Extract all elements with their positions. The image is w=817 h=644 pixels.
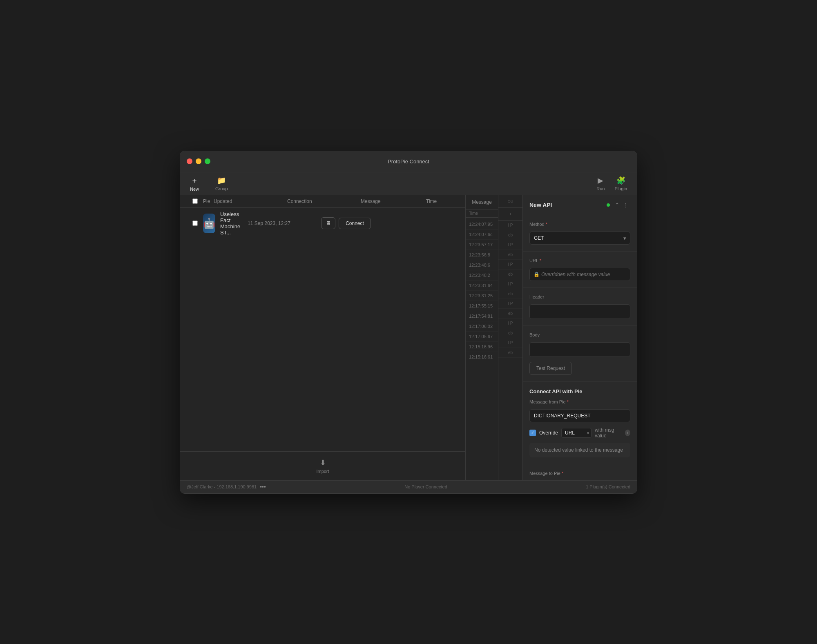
override-row: ✓ Override URL Header Body ▾ with msg va…: [529, 427, 630, 439]
table-row[interactable]: 🤖 Useless Fact Machine ST... 11 Sep 2023…: [180, 208, 465, 239]
new-button[interactable]: ＋ New: [187, 174, 202, 193]
side-col-item: eb: [498, 309, 522, 319]
connect-section-title: Connect API with Pie: [529, 388, 630, 394]
status-dot-active: [607, 203, 610, 207]
toolbar-right: ▶ Run 🧩 Plugin: [593, 174, 630, 193]
group-button[interactable]: 📁 Group: [212, 174, 231, 193]
side-col-item: l P: [498, 240, 522, 250]
message-column-header: Message: [361, 198, 426, 204]
app-window: ProtoPie Connect ＋ New 📁 Group ▶ Run 🧩 P…: [180, 151, 637, 494]
connection-column-header: Connection: [287, 198, 361, 204]
time-item: 12:23:31:25: [466, 291, 498, 301]
more-options-button[interactable]: ⋮: [621, 200, 630, 210]
import-area: ⬇ Import: [180, 451, 465, 480]
play-icon: ▶: [598, 176, 603, 185]
message-to-required: *: [562, 471, 563, 476]
override-select-wrapper: URL Header Body ▾: [561, 428, 592, 438]
api-panel: New API ⌃ ⋮ Method * GET POST PUT DELETE: [522, 195, 637, 480]
url-input[interactable]: [529, 268, 630, 281]
row-checkbox[interactable]: [192, 221, 198, 226]
message-header: Message: [466, 195, 498, 209]
time-item: 12:17:05:67: [466, 332, 498, 342]
header-input[interactable]: [529, 304, 630, 319]
side-col-item: eb: [498, 250, 522, 260]
message-to-section: Message to Pie *: [523, 464, 637, 480]
side-col-item: eb: [498, 348, 522, 358]
side-col-item: l P: [498, 221, 522, 230]
time-item: 12:23:57:17: [466, 240, 498, 250]
toolbar: ＋ New 📁 Group ▶ Run 🧩 Plugin: [180, 172, 637, 195]
pie-thumbnail: 🤖: [203, 214, 215, 233]
connect-button[interactable]: Connect: [339, 218, 371, 229]
run-button[interactable]: ▶ Run: [593, 174, 608, 193]
url-required: *: [540, 258, 541, 263]
lock-icon: 🔒: [534, 272, 540, 277]
override-label: Override: [539, 430, 558, 436]
connection-actions: 🖥 Connect: [321, 217, 395, 229]
time-item: 12:23:31:64: [466, 281, 498, 291]
maximize-button[interactable]: [205, 158, 210, 164]
time-header: Time: [466, 209, 498, 218]
side-col-item: l P: [498, 319, 522, 328]
time-list: 12:24:07:95 12:24:07:6c 12:23:57:17 12:2…: [466, 218, 498, 480]
side-col-item: eb: [498, 289, 522, 299]
time-item: 12:24:07:95: [466, 219, 498, 230]
message-time-panel: Message Time 12:24:07:95 12:24:07:6c 12:…: [465, 195, 498, 480]
side-col-item: l P: [498, 260, 522, 270]
header-section: Header: [523, 288, 637, 326]
close-button[interactable]: [187, 158, 192, 164]
time-item: 12:15:16:96: [466, 342, 498, 352]
side-col-item: eb: [498, 230, 522, 240]
message-from-input[interactable]: [529, 409, 630, 422]
monitor-button[interactable]: 🖥: [321, 217, 335, 229]
statusbar-player-status: No Player Connected: [266, 484, 586, 489]
body-input[interactable]: [529, 342, 630, 357]
message-from-label: Message from Pie *: [529, 399, 630, 404]
download-icon: ⬇: [320, 458, 326, 467]
body-section: Body Test Request: [523, 326, 637, 382]
pie-name: Useless Fact Machine ST...: [220, 211, 248, 236]
override-checkbox[interactable]: ✓: [529, 430, 536, 436]
plugin-icon: 🧩: [616, 176, 625, 185]
time-item: 12:17:54:81: [466, 311, 498, 321]
window-title: ProtoPie Connect: [388, 158, 429, 165]
time-column-header: Time: [426, 198, 459, 204]
method-select-wrapper: GET POST PUT DELETE PATCH ▾: [529, 232, 630, 245]
url-label: URL *: [529, 258, 630, 263]
time-item: 12:24:07:6c: [466, 230, 498, 240]
titlebar: ProtoPie Connect: [180, 151, 637, 172]
connect-section: Connect API with Pie Message from Pie * …: [523, 382, 637, 464]
plugin-button[interactable]: 🧩 Plugin: [611, 174, 630, 193]
override-select[interactable]: URL Header Body: [561, 428, 592, 438]
main-panel: Pie Updated Connection Message Time 🤖 Us…: [180, 195, 465, 480]
time-item: 12:23:48:2: [466, 270, 498, 281]
statusbar: @Jeff Clarke - 192.168.1.190:9981 ••• No…: [180, 480, 637, 493]
info-icon[interactable]: i: [625, 430, 630, 436]
time-item: 12:23:56:8: [466, 250, 498, 260]
select-all-checkbox[interactable]: [192, 198, 198, 204]
api-panel-header: New API ⌃ ⋮: [523, 195, 637, 215]
pie-info: 🤖 Useless Fact Machine ST...: [203, 211, 248, 236]
minimize-button[interactable]: [196, 158, 201, 164]
pie-column-header: Pie: [203, 198, 214, 204]
side-col-item: l P: [498, 338, 522, 348]
api-title: New API: [529, 202, 603, 208]
side-col-header-ou: OU: [498, 195, 522, 208]
statusbar-user: @Jeff Clarke - 192.168.1.190:9981: [187, 484, 257, 489]
pie-updated: 11 Sep 2023, 12:27: [248, 221, 321, 226]
side-col-item: eb: [498, 328, 522, 338]
side-col-item: l P: [498, 279, 522, 289]
header-label: Header: [529, 294, 630, 299]
more-dots[interactable]: •••: [260, 484, 266, 490]
collapse-button[interactable]: ⌃: [613, 200, 621, 210]
message-from-group: Message from Pie *: [529, 399, 630, 422]
body-label: Body: [529, 332, 630, 337]
message-to-label: Message to Pie *: [529, 471, 630, 476]
import-button[interactable]: ⬇ Import: [310, 455, 335, 477]
message-from-required: *: [567, 399, 569, 404]
test-request-button[interactable]: Test Request: [529, 362, 572, 375]
table-header: Pie Updated Connection Message Time: [180, 195, 465, 208]
method-select[interactable]: GET POST PUT DELETE PATCH: [529, 232, 630, 245]
with-msg-value-label: with msg value: [595, 427, 622, 439]
empty-area: [180, 239, 465, 451]
